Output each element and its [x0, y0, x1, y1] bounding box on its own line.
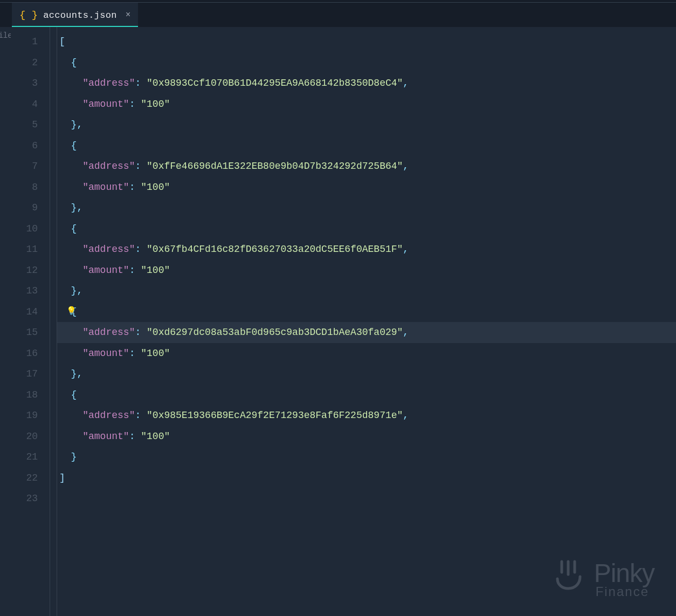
line-number: 18: [11, 385, 38, 406]
code-line[interactable]: "amount": "100": [57, 426, 676, 447]
line-number: 13: [11, 280, 38, 302]
line-number: 12: [11, 260, 38, 281]
code-line[interactable]: "amount": "100": [57, 260, 676, 281]
watermark-logo-icon: [553, 557, 588, 601]
watermark-subtitle: Finance: [594, 585, 654, 598]
line-number: 22: [11, 468, 38, 489]
code-line[interactable]: "address": "0x67fb4CFd16c82fD63627033a20…: [57, 239, 676, 260]
line-number: 9: [11, 197, 38, 218]
line-number: 3: [11, 73, 38, 94]
code-line[interactable]: ]: [57, 468, 676, 489]
code-line[interactable]: "address": "0xfFe46696dA1E322EB80e9b04D7…: [57, 156, 676, 177]
line-number: 7: [11, 156, 38, 177]
line-number: 14: [11, 302, 38, 323]
line-number: 8: [11, 177, 38, 198]
code-line[interactable]: 💡 {: [57, 302, 676, 323]
code-line[interactable]: },: [57, 280, 676, 302]
line-number: 2: [11, 52, 38, 73]
code-line[interactable]: [: [57, 31, 676, 52]
line-number: 4: [11, 94, 38, 115]
code-line[interactable]: },: [57, 364, 676, 385]
line-number: 11: [11, 239, 38, 260]
sidebar-sliver: ile: [0, 27, 11, 616]
line-number: 15: [11, 322, 38, 343]
line-number: 20: [11, 426, 38, 447]
lightbulb-icon[interactable]: 💡: [66, 302, 77, 323]
code-line[interactable]: {: [57, 385, 676, 406]
line-number: 1: [11, 31, 38, 52]
json-file-icon: { }: [19, 9, 38, 21]
editor-area: ile 123456789101112131415161718192021222…: [0, 27, 676, 616]
code-line[interactable]: "amount": "100": [57, 94, 676, 115]
code-line[interactable]: {: [57, 218, 676, 239]
line-number-gutter: 1234567891011121314151617181920212223: [11, 27, 50, 616]
code-line[interactable]: "address": "0x985E19366B9EcA29f2E71293e8…: [57, 405, 676, 426]
close-icon[interactable]: ×: [126, 10, 131, 20]
tab-filename: accounts.json: [43, 10, 117, 20]
watermark-text: Pinky Finance: [594, 560, 654, 598]
line-number: 19: [11, 405, 38, 426]
line-number: 6: [11, 135, 38, 156]
code-line[interactable]: "address": "0x9893Ccf1070B61D44295EA9A66…: [57, 73, 676, 94]
tab-bar: { } accounts.json ×: [0, 3, 676, 27]
line-number: 16: [11, 343, 38, 364]
watermark-brand: Pinky: [594, 560, 654, 586]
code-line[interactable]: "amount": "100": [57, 177, 676, 198]
line-number: 21: [11, 447, 38, 468]
code-line[interactable]: }: [57, 447, 676, 468]
line-number: 17: [11, 364, 38, 385]
code-line[interactable]: },: [57, 197, 676, 218]
code-line[interactable]: "amount": "100": [57, 343, 676, 364]
code-line[interactable]: {: [57, 52, 676, 73]
code-content[interactable]: [ { "address": "0x9893Ccf1070B61D44295EA…: [57, 27, 676, 616]
line-number: 23: [11, 488, 38, 509]
line-number: 5: [11, 114, 38, 135]
line-number: 10: [11, 218, 38, 239]
editor-left-border: [50, 27, 57, 616]
code-line[interactable]: [57, 488, 676, 509]
code-line[interactable]: "address": "0xd6297dc08a53abF0d965c9ab3D…: [57, 322, 676, 343]
watermark: Pinky Finance: [553, 557, 654, 601]
code-line[interactable]: {: [57, 135, 676, 156]
tab-accounts-json[interactable]: { } accounts.json ×: [12, 3, 138, 27]
code-line[interactable]: },: [57, 114, 676, 135]
